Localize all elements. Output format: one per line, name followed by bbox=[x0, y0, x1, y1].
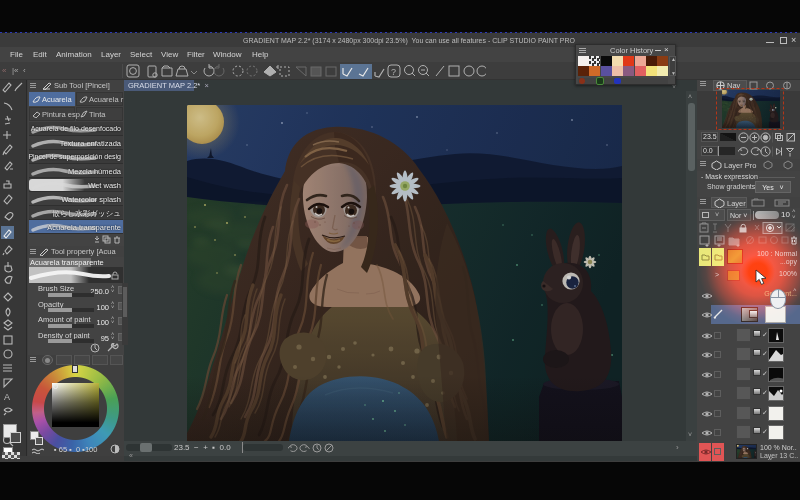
svg-text:A: A bbox=[4, 392, 10, 402]
svg-text:?: ? bbox=[391, 67, 396, 77]
